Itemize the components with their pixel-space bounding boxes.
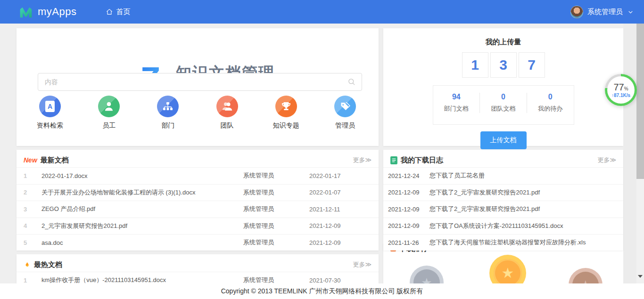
hot-docs-header: 最热文档 更多≫: [17, 258, 379, 272]
upload-stats-card: 我的上传量 1 3 7 94 部门文档 0 团队文档 0 我的待办 上传文档: [383, 28, 623, 146]
log-notebook-icon: [390, 156, 397, 164]
org-chart-icon: [162, 101, 173, 112]
shortcut-department[interactable]: 部门: [148, 96, 188, 130]
new-badge-icon: New: [24, 156, 37, 164]
table-row[interactable]: 5 asa.doc 系统管理员 2021-12-09: [17, 234, 379, 251]
chevron-down-icon: [627, 9, 634, 15]
doc-search-icon: A: [45, 101, 55, 112]
table-row[interactable]: 1 2022-01-17.docx 系统管理员 2022-01-17: [17, 167, 379, 184]
percent-sign: %: [624, 86, 628, 91]
nav-home[interactable]: 首页: [106, 8, 130, 16]
myapps-m-icon: [19, 5, 33, 19]
download-log-header: 我的下载日志 更多≫: [383, 153, 623, 167]
doc-name-link[interactable]: 2022-01-17.docx: [41, 172, 243, 179]
brand-name: myApps: [38, 6, 76, 18]
table-row[interactable]: 3 ZEGO 产品介绍.pdf 系统管理员 2021-12-11: [17, 201, 379, 218]
shortcut-doc-search[interactable]: A 资料检索: [30, 96, 70, 130]
upload-count-digits: 1 3 7: [383, 52, 623, 78]
scrollbar-thumb[interactable]: [636, 24, 644, 179]
knowledge-doc-portal: myApps 首页 系统管理员 Z 知识文档管理 Knowl: [0, 0, 644, 299]
shortcut-knowledge-topic[interactable]: 知识专题: [266, 96, 306, 130]
doc-name-link[interactable]: 关于开展开业办公场地智能化装修工程的请示 (3)(1).docx: [41, 188, 243, 197]
home-icon: [106, 8, 113, 16]
download-log-title: 我的下载日志: [401, 156, 443, 165]
digit-box: 1: [462, 52, 488, 78]
latest-docs-title: 最新文档: [41, 156, 69, 165]
nav-home-label: 首页: [116, 8, 130, 16]
digit-box: 3: [490, 52, 517, 78]
list-item[interactable]: 2021-12-24 您下载了员工花名册: [383, 167, 623, 184]
list-item[interactable]: 2021-12-09 您下载了2_元宇宙发展研究报告2021.pdf: [383, 184, 623, 201]
hero-card: Z 知识文档管理 Knowledge document management A: [17, 28, 379, 146]
doc-name-link[interactable]: ZEGO 产品介绍.pdf: [41, 205, 243, 213]
list-item[interactable]: 2021-11-26 您下载了海天伺服节能注塑机驱动器报警对应故障分析.xls: [383, 234, 623, 251]
stat-team-docs: 0 团队文档: [479, 93, 527, 113]
trophy-icon: [281, 101, 292, 112]
latest-docs-more-link[interactable]: 更多≫: [353, 156, 372, 164]
inner-scroll-gutter: [623, 24, 636, 283]
hot-docs-title: 最热文档: [34, 260, 62, 269]
upload-doc-button[interactable]: 上传文档: [480, 131, 527, 149]
search-bar: [38, 73, 362, 91]
shortcut-team[interactable]: 团队: [207, 96, 248, 130]
table-row[interactable]: 2 关于开展开业办公场地智能化装修工程的请示 (3)(1).docx 系统管理员…: [17, 184, 379, 201]
upload-progress-inner: 77% ↑87.1K/s: [607, 76, 635, 104]
shortcut-employee[interactable]: 员工: [89, 96, 129, 130]
search-icon[interactable]: [347, 78, 356, 86]
scrollbar-track[interactable]: [636, 24, 644, 283]
list-item[interactable]: 2021-12-09 您下载了2_元宇宙发展研究报告2021.pdf: [383, 201, 623, 218]
shortcut-admin[interactable]: 管理员: [325, 96, 365, 130]
doc-name-link[interactable]: asa.doc: [41, 239, 243, 246]
people-icon: [221, 100, 233, 113]
user-avatar: [570, 6, 583, 18]
doc-stats: 94 部门文档 0 团队文档 0 我的待办: [433, 85, 574, 125]
upload-progress-widget[interactable]: 77% ↑87.1K/s: [605, 74, 637, 106]
user-name: 系统管理员: [587, 8, 623, 16]
flame-icon: [24, 261, 31, 269]
download-log-card: 我的下载日志 更多≫ 2021-12-24 您下载了员工花名册 2021-12-…: [383, 150, 623, 251]
user-menu[interactable]: 系统管理员: [570, 0, 634, 24]
footer: Copyright © 2013 TEEMLINK 广州市天翎网络科技有限公司 …: [0, 283, 644, 299]
upload-count-title: 我的上传量: [383, 38, 623, 47]
progress-percent: 77: [613, 82, 624, 92]
digit-box: 7: [519, 52, 545, 78]
brand-logo[interactable]: myApps: [19, 5, 76, 19]
table-row[interactable]: 4 2_元宇宙发展研究报告2021.pdf 系统管理员 2021-12-09: [17, 218, 379, 234]
shortcut-row: A 资料检索 员工: [30, 96, 365, 130]
scrollbar-down-arrow-icon[interactable]: [638, 275, 643, 278]
download-log-more-link[interactable]: 更多≫: [597, 156, 616, 164]
search-input[interactable]: [38, 78, 347, 86]
list-item[interactable]: 2021-12-09 您下载了OA系统设计方案-20211103145951.d…: [383, 218, 623, 234]
top-navbar: myApps 首页 系统管理员: [0, 0, 644, 24]
stat-dept-docs: 94 部门文档: [433, 93, 480, 113]
latest-docs-card: New 最新文档 更多≫ 1 2022-01-17.docx 系统管理员 202…: [17, 150, 379, 251]
upload-speed: ↑87.1K/s: [611, 93, 630, 98]
latest-docs-header: New 最新文档 更多≫: [17, 153, 379, 167]
hot-docs-more-link[interactable]: 更多≫: [353, 260, 372, 269]
copyright-text: Copyright © 2013 TEEMLINK 广州市天翎网络科技有限公司 …: [221, 287, 423, 296]
person-icon: [103, 100, 115, 113]
doc-name-link[interactable]: 2_元宇宙发展研究报告2021.pdf: [41, 222, 243, 230]
stat-my-todo: 0 我的待办: [527, 93, 574, 113]
tags-icon: [339, 101, 351, 112]
